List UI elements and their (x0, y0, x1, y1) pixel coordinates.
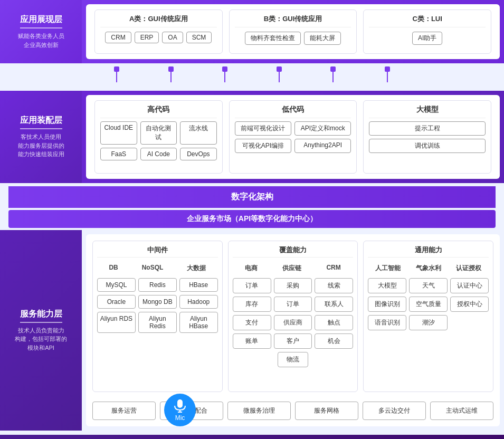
svg-rect-24 (177, 399, 183, 408)
middleware-label: 中间件 (97, 245, 218, 257)
item-hadoop: Hadoop (179, 295, 218, 309)
item-redis: Redis (138, 278, 177, 292)
coverage-row5: 物流 (233, 352, 354, 367)
layer1-desc: 赋能各类业务人员企业高效创新 (18, 32, 64, 49)
item-customer: 客户 (274, 333, 312, 349)
layer-application-assembly: 应用装配层 客技术人员使用能力服务层提供的能力快速组装应用 高代码 Cloud … (0, 91, 504, 183)
category-a-items: CRM ERP OA SCM (100, 32, 217, 43)
main-container: 应用展现层 赋能各类业务人员企业高效创新 A类：GUI传统应用 CRM ERP … (0, 0, 504, 439)
service-sections: 中间件 DB NoSQL 大数据 MySQL Redis HBase Oracl… (92, 241, 493, 392)
layer3-content: 中间件 DB NoSQL 大数据 MySQL Redis HBase Oracl… (86, 234, 500, 426)
middleware-items-row2: Oracle Mongo DB Hadoop (97, 295, 218, 309)
connector-spacer-1 (0, 75, 504, 91)
layer2-content: 高代码 Cloud IDE 自动化测试 流水线 FaaS AI Code Dev… (86, 95, 500, 179)
item-purchase: 采购 (274, 278, 312, 293)
middleware-sub-nosql: NoSQL (142, 264, 164, 273)
connector-dot-6 (385, 66, 390, 72)
layer3-title: 服务能力层 (20, 309, 62, 323)
enterprise-market-banner: 企业服务市场（API等数字化能力中心） (8, 210, 496, 228)
item-faas: FaaS (100, 148, 137, 160)
middleware-sub-headers: DB NoSQL 大数据 (97, 263, 218, 275)
item-hbase: HBase (179, 278, 218, 292)
lowcode-title: 低代码 (235, 105, 351, 118)
section-coverage: 覆盖能力 电商 供应链 CRM 订单 采购 线索 库存 订单 联系人 (228, 241, 358, 392)
item-weather: 天气 (409, 278, 448, 293)
coverage-sub-ecom: 电商 (245, 264, 258, 273)
coverage-row1: 订单 采购 线索 (233, 278, 354, 293)
middleware-items-row1: MySQL Redis HBase (97, 278, 218, 292)
coverage-row3: 支付 供应商 触点 (233, 315, 354, 330)
item-air-quality: 空气质量 (409, 297, 448, 312)
ops-proactive: 主动式运维 (430, 402, 493, 420)
ops-service-mesh: 服务网格 (295, 402, 358, 420)
item-logistics: 物流 (278, 352, 308, 367)
category-c-items: AI助手 (369, 32, 486, 45)
general-sub-auth: 认证授权 (456, 264, 481, 273)
item-big-model: 大模型 (368, 278, 406, 293)
layer-application-display: 应用展现层 赋能各类业务人员企业高效创新 A类：GUI传统应用 CRM ERP … (0, 0, 504, 63)
middleware-items-row3: Aliyun RDS Aliyun Redis Aliyun HBase (97, 312, 218, 333)
category-b-title: B类：GUI传统应用 (235, 14, 351, 27)
connector-dot-1 (114, 66, 119, 72)
item-auth-center: 认证中心 (450, 278, 489, 293)
item-voice-recognition: 语音识别 (368, 315, 406, 330)
item-fine-tuning: 调优训练 (369, 139, 486, 153)
item-general-empty (450, 315, 489, 330)
highcode-title: 高代码 (100, 105, 217, 118)
ops-microservice: 微服务治理 (227, 402, 291, 420)
dev-category-bigmodel: 大模型 提示工程 调优训练 (363, 100, 491, 174)
coverage-sub-crm: CRM (326, 264, 340, 273)
layer-infrastructure: 基础能力层 物理机、虚拟机和K8S资源 私有云 (0, 435, 504, 439)
item-touchpoint: 触点 (315, 315, 353, 330)
item-energy-screen: 能耗大屏 (304, 32, 341, 45)
connector-dot-3 (222, 66, 227, 72)
general-sub-headers: 人工智能 气象水利 认证授权 (368, 263, 489, 275)
section-middleware: 中间件 DB NoSQL 大数据 MySQL Redis HBase Oracl… (92, 241, 223, 392)
item-material-check: 物料齐套性检查 (245, 32, 301, 45)
item-oa: OA (162, 32, 183, 43)
digital-arch-text: 数字化架构 (231, 192, 273, 201)
middleware-sub-bigdata: 大数据 (187, 264, 206, 273)
highcode-items: Cloud IDE 自动化测试 流水线 FaaS AI Code DevOps (100, 121, 217, 160)
coverage-sub-headers: 电商 供应链 CRM (233, 263, 354, 275)
section-general: 通用能力 人工智能 气象水利 认证授权 大模型 天气 认证中心 图像识别 空气质… (363, 241, 493, 392)
item-authorization-center: 授权中心 (450, 297, 489, 312)
category-b: B类：GUI传统应用 物料齐套性检查 能耗大屏 (229, 9, 357, 54)
layer4-label: 基础能力层 物理机、虚拟机和K8S资源 (0, 435, 82, 439)
layer3-label: 服务能力层 技术人员负责能力构建，包括可部署的模块和API (0, 230, 82, 431)
mic-label: Mic (175, 414, 185, 422)
dev-category-lowcode: 低代码 前端可视化设计 API定义和mock 可视化API编排 Anything… (229, 100, 357, 174)
item-devops: DevOps (180, 148, 217, 160)
connector-dot-4 (277, 66, 282, 72)
dev-category-highcode: 高代码 Cloud IDE 自动化测试 流水线 FaaS AI Code Dev… (94, 100, 223, 174)
coverage-label: 覆盖能力 (233, 245, 354, 257)
item-order2: 订单 (274, 297, 312, 312)
category-a: A类：GUI传统应用 CRM ERP OA SCM (94, 9, 223, 54)
category-a-title: A类：GUI传统应用 (100, 14, 217, 27)
item-aliyun-rds: Aliyun RDS (97, 312, 136, 333)
enterprise-market-wrapper: 企业服务市场（API等数字化能力中心） (0, 208, 504, 230)
digital-arch-banner: 数字化架构 (8, 186, 496, 208)
general-row3: 语音识别 潮汐 (368, 315, 489, 330)
item-mongodb: Mongo DB (138, 295, 177, 309)
ops-row: 服务运营 结算和配合 微服务治理 服务网格 多云边交付 主动式运维 (92, 402, 493, 420)
layer2-title: 应用装配层 (20, 115, 62, 129)
layer1-label: 应用展现层 赋能各类业务人员企业高效创新 (0, 0, 82, 63)
item-opportunity: 机会 (315, 333, 353, 349)
coverage-sub-supply: 供应链 (282, 264, 301, 273)
enterprise-market-text: 企业服务市场（API等数字化能力中心） (187, 214, 317, 223)
layer2-label: 应用装配层 客技术人员使用能力服务层提供的能力快速组装应用 (0, 91, 82, 183)
category-b-items: 物料齐套性检查 能耗大屏 (235, 32, 351, 45)
item-api-visual: 可视化API编排 (235, 139, 291, 153)
item-ai-code: AI Code (140, 148, 177, 160)
item-inventory: 库存 (233, 297, 271, 312)
mic-button[interactable]: Mic (164, 394, 196, 426)
item-payment: 支付 (233, 315, 271, 330)
item-tide: 潮汐 (409, 315, 448, 330)
general-row1: 大模型 天气 认证中心 (368, 278, 489, 293)
connector-dot-5 (330, 66, 336, 72)
layer1-title: 应用展现层 (20, 14, 62, 28)
connector-row-1 (0, 63, 504, 75)
item-frontend-visual: 前端可视化设计 (235, 121, 291, 136)
item-image-recognition: 图像识别 (368, 297, 406, 312)
